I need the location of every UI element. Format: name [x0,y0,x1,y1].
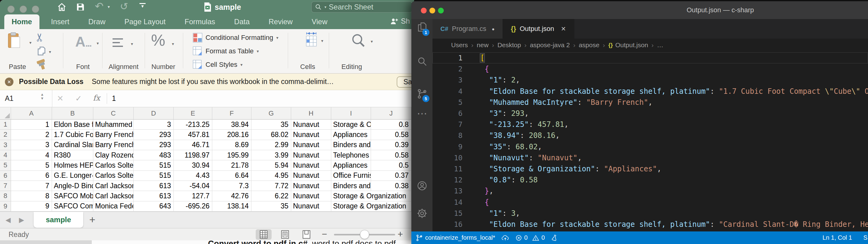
zoom-traffic-light[interactable] [32,5,39,13]
cell[interactable]: 293 [134,130,174,140]
row-header-2[interactable]: 2 [0,130,11,140]
redo-icon[interactable]: ↺ [120,1,128,12]
ribbon-tab-formulas[interactable]: Formulas [177,15,223,29]
ribbon-tab-review[interactable]: Review [261,15,300,29]
cell-styles-button[interactable]: Cell Styles ▾ [193,60,243,70]
col-header-E[interactable]: E [174,107,212,119]
cell[interactable]: Barry French [93,130,134,140]
page-layout-view-button[interactable] [277,229,293,240]
cell[interactable]: 3 [134,119,174,130]
warning-close-icon[interactable]: ✕ [5,78,13,86]
save-icon[interactable] [76,2,85,12]
close-traffic-light[interactable] [7,5,15,13]
cell[interactable]: SAFCO Mobile Desk Side File, Wire Frame [52,191,93,201]
cell[interactable]: 4.95 [251,171,291,181]
breadcrumb-item[interactable]: Desktop [497,42,521,49]
sync-status-item[interactable] [501,234,509,242]
settings-gear-icon[interactable] [416,208,428,219]
breadcrumb-item[interactable]: Users [451,42,468,49]
enter-icon[interactable]: ✓ [75,94,82,103]
breadcrumb-item[interactable]: new [477,42,489,49]
cell[interactable]: Nunavut [291,171,331,181]
cell[interactable]: 208.16 [212,130,251,140]
cell[interactable]: Office Furnishings [331,171,371,181]
row-header-7[interactable]: 7 [0,181,11,191]
cell[interactable]: -54.04 [174,181,212,191]
cell[interactable]: Carlos Soltero [93,160,134,170]
close-traffic-light[interactable] [421,8,427,13]
cell[interactable]: 515 [134,160,174,170]
code-line[interactable]: 13 }, [432,186,868,196]
col-header-A[interactable]: A [11,107,52,119]
cell[interactable]: 1 [11,119,52,130]
col-header-F[interactable]: F [212,107,251,119]
code-line[interactable]: 9 "35": 68.02, [432,141,868,152]
format-as-table-button[interactable]: Format as Table ▾ [193,46,259,56]
cell[interactable]: Binders and Binder Accessories [331,140,371,150]
code-line[interactable]: 10 "Nunavut": "Nunavut", [432,152,868,163]
cell[interactable]: 38.94 [212,119,251,130]
editing-icon[interactable] [350,33,366,49]
cell[interactable]: 7.3 [212,181,251,191]
minimize-traffic-light[interactable] [429,8,435,13]
cell[interactable]: Nunavut [291,191,331,201]
cell[interactable]: -695.26 [174,201,212,212]
cell[interactable]: Binders and Binder Accessories [331,181,371,191]
cell[interactable]: Muhammed MacIntyre [93,119,134,130]
cell[interactable]: Telephones and Communication [331,150,371,160]
beaker-status-item[interactable] [551,234,558,242]
row-header-3[interactable]: 3 [0,140,11,150]
ribbon-tab-insert[interactable]: Insert [44,15,77,29]
cell[interactable]: 5.94 [251,160,291,170]
cell[interactable]: Storage & Organization [331,119,371,130]
cell[interactable]: 1.7 Cubic Foot Compact "Cube" Office Sto… [52,130,93,140]
cells-dropdown-icon[interactable]: ▾ [321,38,323,43]
col-header-C[interactable]: C [93,107,134,119]
zoom-out-button[interactable]: − [322,229,327,239]
alignment-icon[interactable] [113,38,123,47]
format-painter-icon[interactable] [35,58,49,72]
page-break-view-button[interactable] [299,229,314,240]
cell[interactable]: Eldon Base for stackable storage shelf, … [52,119,93,130]
cell[interactable]: 613 [134,181,174,191]
cell[interactable]: 6.64 [212,171,251,181]
cell[interactable]: 4.43 [174,171,212,181]
cell[interactable]: 0.58 [371,130,411,140]
cell[interactable]: 8 [11,191,52,201]
select-all-corner[interactable] [0,107,11,119]
conditional-formatting-button[interactable]: Conditional Formatting ▾ [193,33,278,43]
name-box[interactable]: A1 [5,94,13,103]
code-line[interactable]: 14 { [432,196,868,208]
editing-dropdown-icon[interactable]: ▾ [371,39,373,44]
code-line[interactable]: 3 "1": 2, [432,75,868,85]
cell[interactable]: 0.37 [371,171,411,181]
code-line[interactable]: 5 "Muhammed MacIntyre": "Barry French", [432,97,868,108]
cell[interactable]: 7 [11,181,52,191]
breadcrumb-item[interactable]: {}Output.json [608,42,648,49]
cell[interactable]: 293 [134,140,174,150]
cell[interactable]: Nunavut [291,119,331,130]
cell[interactable]: 35 [251,119,291,130]
cell[interactable]: 457.81 [174,130,212,140]
cell[interactable]: Nunavut [291,160,331,170]
toolbar-more-icon[interactable]: ▼ [140,3,146,8]
cell[interactable]: 195.99 [212,150,251,160]
cell[interactable]: 1198.97 [174,150,212,160]
sheet-tab-sample[interactable]: sample [34,212,83,228]
cell[interactable]: Storage & Organization [331,191,371,201]
alignment-dropdown-icon[interactable]: ▾ [131,42,133,46]
zoom-slider-thumb[interactable] [360,230,369,239]
search-input[interactable]: ▾ Search Sheet [311,2,412,12]
cell[interactable]: 9 [11,201,52,212]
ribbon-tab-home[interactable]: Home [4,15,39,29]
cell[interactable]: -213.25 [174,119,212,130]
home-icon[interactable] [57,2,67,12]
code-editor[interactable]: 1[2 {3 "1": 2,4 "Eldon Base for stackabl… [432,52,868,232]
account-icon[interactable] [416,180,428,191]
col-header-D[interactable]: D [134,107,174,119]
copy-icon[interactable] [37,46,46,56]
code-line[interactable]: 1[ [432,52,868,63]
row-header-5[interactable]: 5 [0,160,11,170]
col-header-G[interactable]: G [251,107,291,119]
cell[interactable]: 613 [134,191,174,201]
